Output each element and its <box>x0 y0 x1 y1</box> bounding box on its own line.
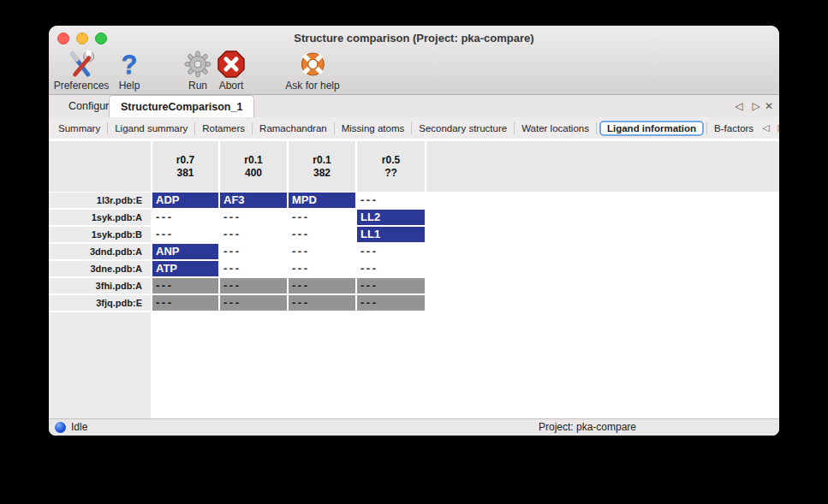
subtab-missing-atoms[interactable]: Missing atoms <box>337 122 409 135</box>
row-header: 3dne.pdb:A <box>49 261 151 276</box>
table-cell[interactable]: LL2 <box>357 210 425 225</box>
stop-x-icon <box>217 49 245 78</box>
table-cell[interactable]: ATP <box>152 261 218 276</box>
subtab-separator <box>107 122 108 134</box>
table-cell[interactable]: --- <box>152 278 218 294</box>
tab-structurecomparison-1[interactable]: StructureComparison_1 <box>109 95 254 118</box>
tab-close-icon[interactable]: ✕ <box>762 95 776 117</box>
subtab-summary[interactable]: Summary <box>54 122 104 135</box>
tools-icon <box>66 49 97 78</box>
toolbar-item-label: Preferences <box>54 80 110 92</box>
app-window: Structure comparison (Project: pka-compa… <box>49 26 779 436</box>
column-header: r0.1382 <box>289 141 355 192</box>
ask-for-help-button[interactable]: Ask for help <box>285 49 339 92</box>
tab-scroll-left-icon[interactable]: ◁ <box>732 95 746 117</box>
window-title: Structure comparison (Project: pka-compa… <box>49 32 779 44</box>
row-header: 1syk.pdb:B <box>49 227 151 242</box>
table-cell[interactable]: MPD <box>289 193 355 208</box>
row-header: 3fjq.pdb:E <box>49 295 151 311</box>
table-cell[interactable]: ANP <box>152 244 218 259</box>
report-tab-bar: SummaryLigand summaryRotamersRamachandra… <box>49 117 779 139</box>
status-text: Idle <box>71 421 87 433</box>
table-cell[interactable]: --- <box>289 210 355 225</box>
column-header-line1: r0.1 <box>313 154 331 167</box>
column-header-line1: r0.1 <box>244 154 262 167</box>
subtab-ligand-summary[interactable]: Ligand summary <box>110 122 192 135</box>
table-cell[interactable]: --- <box>357 193 425 208</box>
column-header: r0.1400 <box>220 141 287 192</box>
row-header-gutter <box>49 312 151 418</box>
table-cell[interactable]: AF3 <box>220 193 287 208</box>
subtab-water-locations[interactable]: Water locations <box>517 122 593 135</box>
subtab-rotamers[interactable]: Rotamers <box>198 122 249 135</box>
table-cell[interactable]: --- <box>289 295 355 311</box>
table-cell[interactable]: --- <box>289 278 355 294</box>
status-indicator-icon <box>55 422 66 433</box>
row-header: 3fhi.pdb:A <box>49 278 151 294</box>
column-header-line1: r0.7 <box>176 154 194 167</box>
subtab-separator <box>596 122 597 134</box>
toolbar-item-label: Ask for help <box>285 80 339 92</box>
status-project-label: Project: pka-compare <box>539 421 636 433</box>
document-tab-bar: ConfigureStructureComparison_1 ◁ ▷ ✕ <box>49 95 779 117</box>
ligand-information-table: r0.7381r0.1400r0.1382r0.5?? 1l3r.pdb:EAD… <box>49 139 779 418</box>
column-header-line2: ?? <box>384 167 397 180</box>
header-filler <box>426 141 779 192</box>
column-header-line2: 382 <box>313 167 331 180</box>
status-bar: Idle Project: pka-compare <box>49 418 779 436</box>
table-cell[interactable]: --- <box>152 227 218 242</box>
question-mark-icon: ? <box>122 49 138 78</box>
subtab-scroll-right-icon[interactable]: ▷ <box>774 122 779 133</box>
column-header-line2: 381 <box>176 167 194 180</box>
table-cell[interactable]: --- <box>357 261 425 276</box>
tab-scroll-right-icon[interactable]: ▷ <box>749 95 763 117</box>
table-cell[interactable]: --- <box>357 278 425 294</box>
preferences-button[interactable]: Preferences <box>54 49 110 92</box>
table-corner-cell <box>49 141 151 192</box>
table-cell[interactable]: LL1 <box>357 227 425 242</box>
subtab-b-factors[interactable]: B-factors <box>710 122 758 135</box>
toolbar-item-label: Run <box>188 80 207 92</box>
row-header: 1syk.pdb:A <box>49 210 151 225</box>
subtab-scroll-left-icon[interactable]: ◁ <box>758 122 773 133</box>
row-header: 3dnd.pdb:A <box>49 244 151 259</box>
table-cell[interactable]: --- <box>289 261 355 276</box>
title-toolbar-area: Structure comparison (Project: pka-compa… <box>49 26 779 95</box>
table-cell[interactable]: --- <box>220 295 287 311</box>
subtab-separator <box>706 122 707 134</box>
column-header-line2: 400 <box>245 167 262 180</box>
table-cell[interactable]: --- <box>357 295 425 311</box>
table-cell[interactable]: --- <box>220 210 287 225</box>
toolbar-item-label: Abort <box>219 80 244 92</box>
table-cell[interactable]: --- <box>357 244 425 259</box>
subtab-separator <box>334 122 335 134</box>
subtab-separator <box>411 122 412 134</box>
toolbar-item-label: Help <box>119 80 140 92</box>
subtab-separator <box>252 122 253 134</box>
lifebuoy-icon <box>299 49 326 78</box>
table-cell[interactable]: --- <box>289 227 355 242</box>
subtab-separator <box>194 122 195 134</box>
row-header: 1l3r.pdb:E <box>49 193 151 208</box>
table-cell[interactable]: --- <box>152 210 218 225</box>
subtab-ligand-information[interactable]: Ligand information <box>599 121 704 136</box>
desktop-background: Structure comparison (Project: pka-compa… <box>0 0 828 504</box>
subtab-ramachandran[interactable]: Ramachandran <box>255 122 331 135</box>
subtab-separator <box>514 122 515 134</box>
run-button[interactable]: Run <box>184 49 211 92</box>
table-cell[interactable]: --- <box>152 295 218 311</box>
column-header: r0.5?? <box>357 141 425 192</box>
table-cell[interactable]: --- <box>220 227 287 242</box>
table-cell[interactable]: --- <box>289 244 355 259</box>
table-cell[interactable]: ADP <box>152 193 218 208</box>
table-cell[interactable]: --- <box>220 261 287 276</box>
column-header: r0.7381 <box>152 141 218 192</box>
help-button[interactable]: ?Help <box>119 49 140 92</box>
column-header-line1: r0.5 <box>382 154 400 167</box>
table-header-row: r0.7381r0.1400r0.1382r0.5?? <box>49 141 779 192</box>
table-cell[interactable]: --- <box>220 244 287 259</box>
abort-button[interactable]: Abort <box>217 49 245 92</box>
subtab-secondary-structure[interactable]: Secondary structure <box>414 122 511 135</box>
gear-icon <box>184 49 211 78</box>
table-cell[interactable]: --- <box>220 278 287 294</box>
